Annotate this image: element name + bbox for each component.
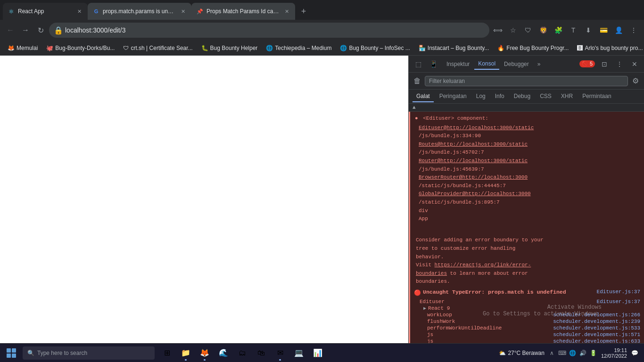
firefox-active-indicator (204, 359, 206, 361)
tab-title-1: React App (18, 8, 73, 15)
bookmark-bugbounty[interactable]: 🐙 Bug-Bounty-Dorks/Bu... (42, 44, 118, 52)
systray-network[interactable]: 🌐 (569, 349, 577, 357)
taskbar-app-edge[interactable]: 🌊 (215, 345, 232, 362)
stack-fn-workloop-label: workLoop (427, 312, 553, 318)
uncaught-error-row[interactable]: 🔴 Uncaught TypeError: props.match is und… (409, 288, 644, 297)
console-tab-xhr[interactable]: XHR (557, 91, 577, 102)
start-button[interactable] (0, 344, 23, 362)
bookmark-techiepedia[interactable]: 🌐 Techiepedia – Medium (262, 44, 335, 52)
error-boundary-link[interactable]: https://reactjs.org/link/error-boundarie… (416, 262, 531, 276)
stack-loc-edituser[interactable]: Edituser.js:37 (597, 299, 640, 304)
bookmark-buginfosec[interactable]: 🌐 Bug Bounty – InfoSec ... (336, 44, 413, 52)
clear-console-btn[interactable]: 🗑 (413, 76, 422, 86)
taskbar-app-filemanager[interactable]: 🗂 (234, 345, 251, 362)
bookmark-memulai[interactable]: 🦊 Memulai (4, 44, 41, 52)
console-tab-log[interactable]: Log (472, 91, 489, 102)
google-translate-icon[interactable]: T (567, 24, 580, 37)
browser-chrome: ⚛ React App ✕ G props.match.params is un… (0, 0, 644, 56)
bookmark-arlo[interactable]: 🅱 Arlo's bug bounty pro... (573, 44, 644, 52)
taskbar-app-store[interactable]: 🛍 (253, 345, 270, 362)
devtools-settings-btn[interactable]: ⋮ (614, 58, 625, 70)
filter-input[interactable] (425, 76, 628, 86)
mail-active-indicator (279, 359, 281, 361)
tab-react-app[interactable]: ⚛ React App ✕ (3, 3, 88, 20)
bookmark-crtsh[interactable]: 🛡 crt.sh | Certificate Sear... (119, 44, 196, 52)
devtools-tab-konsol[interactable]: Konsol (474, 58, 499, 70)
devtools-tab-more[interactable]: » (534, 59, 545, 69)
taskbar-app-taskview[interactable]: ⊞ (158, 345, 175, 362)
shield-icon[interactable]: 🛡 (521, 24, 535, 37)
stack-loc-js571[interactable]: scheduler.development.js:571 (553, 332, 640, 337)
tab-close-1[interactable]: ✕ (75, 8, 83, 15)
bookmark-freebounty[interactable]: 🔥 Free Bug Bounty Progr... (494, 44, 572, 52)
tab-favicon-1: ⚛ (8, 8, 15, 15)
taskbar-search[interactable]: 🔍 Type here to search (23, 346, 155, 360)
console-tab-peringatan[interactable]: Peringatan (436, 91, 471, 102)
new-tab-button[interactable]: + (297, 5, 310, 18)
back-button[interactable]: ← (4, 24, 17, 37)
tab-close-3[interactable]: ✕ (283, 8, 290, 15)
console-settings-btn[interactable]: ⚙ (631, 76, 640, 86)
stack-loc-js633[interactable]: scheduler.development.js:633 (553, 338, 640, 343)
stack-loc-performwork[interactable]: scheduler.development.js:533 (553, 325, 640, 331)
download-icon[interactable]: ⬇ (582, 24, 595, 37)
systray-keyboard[interactable]: ⌨ (559, 349, 566, 357)
console-tab-galat[interactable]: Galat (413, 91, 434, 102)
devtools-close-btn[interactable]: ✕ (629, 58, 640, 70)
tab-close-2[interactable]: ✕ (179, 8, 187, 15)
wallet-icon[interactable]: 💳 (597, 24, 610, 37)
vscode-icon: 💻 (294, 348, 304, 357)
systray-volume[interactable]: 🔊 (579, 349, 587, 357)
address-bar[interactable]: 🔒 localhost:3000/edit/3 (49, 23, 489, 38)
tab-favicon-3: 📌 (196, 8, 204, 15)
error-component-block: ● <Edituser> component: Edituser@http://… (409, 112, 644, 226)
devtools-tab-debugger[interactable]: Debugger (500, 59, 533, 69)
bookmark-label-bugbounty: Bug-Bounty-Dorks/Bu... (55, 45, 115, 51)
systray-chevron[interactable]: ∧ (548, 349, 556, 357)
console-tab-permintaan[interactable]: Permintaan (578, 91, 615, 102)
bookmark-instacart[interactable]: 🏪 Instacart – Bug Bounty... (415, 44, 493, 52)
stack-browserrouter-cont: /static/js/bundle.js:44445:7 (419, 182, 639, 190)
stack-browserrouter[interactable]: BrowserRouter@http://localhost:3000 (419, 173, 639, 182)
taskbar-app-mail[interactable]: ✉ (272, 345, 289, 362)
stack-globalprovider-cont: /static/js/bundle.js:895:7 (419, 198, 639, 207)
tab-props-match[interactable]: G props.match.params is undefin... ✕ (88, 3, 191, 20)
bookmark-bughelper[interactable]: 🐛 Bug Bounty Helper (198, 44, 262, 52)
extension-icon[interactable]: 🧩 (552, 24, 565, 37)
console-tab-debug[interactable]: Debug (510, 91, 534, 102)
tab-props-match2[interactable]: 📌 Props Match Params Id can't be... ✕ (191, 3, 295, 20)
taskbar-app-firefox[interactable]: 🦊 (196, 345, 213, 362)
stack-router[interactable]: Router@http://localhost:3000/static (419, 157, 639, 165)
console-tab-css[interactable]: CSS (536, 91, 555, 102)
stack-fn-react[interactable]: ▶ React 9 (410, 305, 644, 312)
stack-fn-js571: js scheduler.development.js:571 (410, 331, 644, 338)
devtools-main-tabs: Inspektur Konsol Debugger » (443, 58, 576, 70)
uncaught-error-location[interactable]: Edituser.js:37 (597, 289, 640, 295)
menu-button[interactable]: ⋮ (627, 24, 640, 37)
stack-globalprovider[interactable]: GlobalProvider@http://localhost:3000 (419, 190, 639, 198)
taskbar-app-vscode[interactable]: 💻 (290, 345, 307, 362)
console-tab-info[interactable]: Info (491, 91, 508, 102)
translate-icon[interactable]: ⟺ (491, 24, 504, 37)
devtools-responsive-icon[interactable]: 📱 (428, 58, 439, 70)
stack-loc-flushwork[interactable]: scheduler.development.js:239 (553, 319, 640, 324)
taskbar-app-powerpoint[interactable]: 📊 (309, 345, 326, 362)
search-placeholder: Type here to search (37, 350, 87, 356)
forward-button[interactable]: → (19, 24, 32, 37)
brave-icon[interactable]: 🦁 (537, 24, 550, 37)
taskbar-clock[interactable]: 19:11 12/07/2022 (601, 347, 627, 359)
systray-battery[interactable]: 🔋 (590, 349, 597, 357)
taskbar-app-fileexplorer[interactable]: 📁 (177, 345, 194, 362)
devtools-inspect-icon[interactable]: ⬚ (413, 58, 424, 70)
notification-icon[interactable]: 💬 (631, 349, 638, 357)
weather-widget[interactable]: ⛅ 27°C Berawan (499, 350, 545, 356)
stack-edituser[interactable]: Edituser@http://localhost:3000/static (419, 124, 639, 132)
error-count-badge: 🚫 5 (579, 60, 595, 67)
stack-loc-workloop[interactable]: scheduler.development.js:266 (553, 312, 640, 318)
stack-routes[interactable]: Routes@http://localhost:3000/static (419, 140, 639, 149)
profile-icon[interactable]: 👤 (612, 24, 625, 37)
devtools-responsive-btn[interactable]: ⊡ (599, 58, 610, 70)
bookmark-star-icon[interactable]: ☆ (506, 24, 520, 37)
devtools-tab-inspektur[interactable]: Inspektur (443, 59, 473, 69)
refresh-button[interactable]: ↻ (34, 24, 47, 37)
